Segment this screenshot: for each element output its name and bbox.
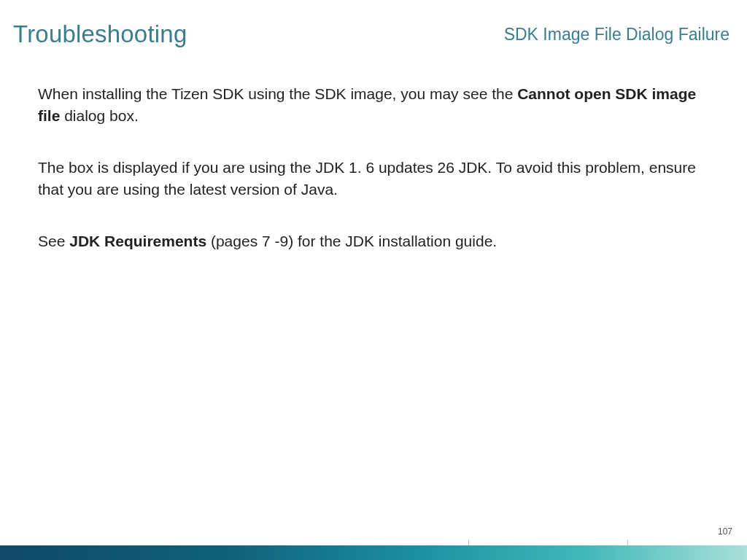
p1-text-c: dialog box.: [60, 107, 138, 124]
paragraph-3: See JDK Requirements (pages 7 -9) for th…: [38, 230, 709, 252]
paragraph-1: When installing the Tizen SDK using the …: [38, 83, 709, 128]
slide-page: Troubleshooting SDK Image File Dialog Fa…: [0, 0, 747, 560]
footer-bar: [0, 545, 747, 560]
p3-bold: JDK Requirements: [69, 233, 206, 249]
p3-text-c: (pages 7 -9) for the JDK installation gu…: [206, 233, 497, 249]
content: When installing the Tizen SDK using the …: [0, 48, 747, 252]
page-subtitle: SDK Image File Dialog Failure: [504, 25, 729, 44]
footer-tick: [468, 540, 469, 545]
page-title: Troubleshooting: [13, 20, 187, 48]
footer-tick: [627, 540, 628, 545]
paragraph-2: The box is displayed if you are using th…: [38, 157, 709, 201]
p3-text-a: See: [38, 233, 69, 249]
header: Troubleshooting SDK Image File Dialog Fa…: [0, 0, 747, 48]
p1-text-a: When installing the Tizen SDK using the …: [38, 85, 517, 102]
page-number: 107: [718, 526, 732, 537]
